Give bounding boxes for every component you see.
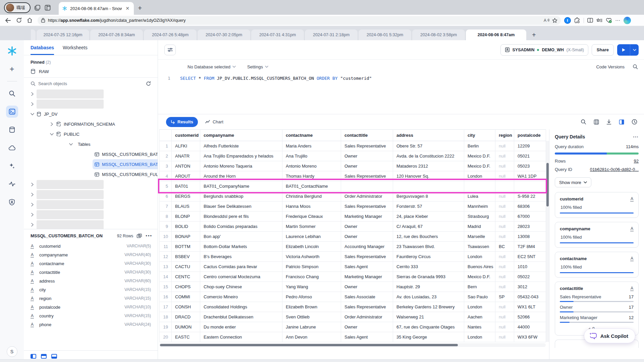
more-options-icon[interactable]: ⋯	[615, 17, 620, 23]
worksheet-tab[interactable]: 2024-07-31 4:31pm	[251, 29, 304, 40]
columns-icon[interactable]	[594, 119, 599, 125]
worksheet-tab[interactable]: 2024-07-25 12:16pm	[37, 29, 89, 40]
favorite-star-icon[interactable]	[552, 18, 557, 23]
sidebar-tab-worksheets[interactable]: Worksheets	[63, 45, 88, 55]
governance-shield-icon[interactable]	[6, 196, 18, 208]
download-icon[interactable]	[606, 119, 611, 125]
worksheets-icon[interactable]	[6, 106, 18, 118]
query-id-link[interactable]: 01b6281c-0c06-dd82-0...	[590, 167, 639, 172]
column-header-city[interactable]: city	[464, 130, 495, 141]
chevron-down-icon[interactable]	[49, 133, 54, 135]
query-history-icon[interactable]	[632, 119, 637, 125]
new-worksheet-icon[interactable]: +	[6, 63, 18, 75]
run-options-caret[interactable]	[630, 44, 639, 56]
url-text[interactable]: https://app.snowflake.com/jugdhon/cdata_…	[48, 18, 541, 23]
vertical-scrollbar[interactable]	[546, 141, 549, 342]
tree-item-redacted[interactable]	[24, 199, 158, 209]
panel-toggle-icon[interactable]	[619, 119, 624, 125]
chevron-down-icon[interactable]	[68, 143, 73, 145]
column-header-address[interactable]: address	[393, 130, 464, 141]
browser-essentials-icon[interactable]	[606, 18, 612, 23]
show-more-button[interactable]: Show more	[555, 177, 591, 187]
refresh-objects-icon[interactable]	[146, 81, 151, 86]
column-header-postalcode[interactable]: postalcode	[514, 130, 546, 141]
tree-item-information_schema[interactable]: INFORMATION_SCHEMA	[24, 119, 158, 129]
tree-item-redacted[interactable]	[24, 209, 158, 220]
role-warehouse-selector[interactable]: SYSADMIN DEMO_WH (X-Small)	[500, 44, 588, 56]
sql-editor[interactable]: 1 SELECT * FROM JP_DV.PUBLIC.MSSQL_CUSTO…	[158, 74, 644, 114]
worksheet-tab-partial[interactable]	[31, 29, 36, 40]
editor-search-icon[interactable]	[633, 64, 638, 69]
worksheet-tab[interactable]: 2024-08-06 8:47am	[466, 29, 526, 40]
tree-item-tables[interactable]: Tables	[24, 139, 158, 149]
refresh-icon[interactable]	[14, 16, 23, 25]
tree-item-jp_dv[interactable]: JP_DV	[24, 109, 158, 119]
pinned-item-raw[interactable]: RAW	[24, 66, 158, 78]
run-button[interactable]	[617, 44, 630, 56]
worksheet-tab[interactable]: 2024-07-31 2:18pm	[305, 29, 358, 40]
chevron-right-icon[interactable]	[49, 122, 54, 126]
chevron-down-icon[interactable]	[30, 113, 35, 115]
tree-item-public[interactable]: PUBLIC	[24, 129, 158, 139]
worksheet-tab[interactable]: 2024-08-02 3:58pm	[412, 29, 465, 40]
split-screen-icon[interactable]	[587, 18, 593, 23]
search-icon[interactable]	[6, 87, 18, 100]
tree-item-redacted[interactable]	[24, 89, 158, 99]
workspaces-icon[interactable]	[33, 3, 43, 13]
column-header-contacttitle[interactable]: contacttitle	[341, 130, 393, 141]
worksheet-tab[interactable]: 2024-07-26 8:34am	[90, 29, 143, 40]
worksheet-tab[interactable]: 2024-07-26 5:48pm	[144, 29, 197, 40]
tree-item-redacted[interactable]	[24, 220, 158, 229]
database-selector[interactable]: No Database selected	[187, 64, 236, 69]
new-worksheet-tab-icon[interactable]: +	[527, 29, 541, 40]
vertical-scrollbar-thumb[interactable]	[546, 163, 549, 206]
preview-data-icon[interactable]	[137, 233, 142, 238]
layout-top-icon[interactable]	[41, 354, 47, 359]
worksheet-tab[interactable]: 2024-07-30 2:05pm	[198, 29, 250, 40]
tree-item-mssql_customers_batch_off[interactable]: MSSQL_CUSTOMERS_BATCH_OFF	[24, 149, 158, 159]
layout-bottom-icon[interactable]	[51, 354, 57, 359]
activity-icon[interactable]	[6, 178, 18, 190]
browser-profile-chip[interactable]: 職場	[4, 2, 31, 13]
ai-sparkles-icon[interactable]	[6, 160, 18, 172]
user-avatar[interactable]: S	[7, 346, 17, 357]
code-versions-link[interactable]: Code Versions	[596, 64, 625, 69]
schema-more-icon[interactable]: •••	[146, 233, 152, 238]
horizontal-scrollbar-thumb[interactable]	[160, 344, 458, 346]
databases-icon[interactable]	[6, 124, 18, 136]
home-icon[interactable]	[25, 16, 34, 25]
tab-chart[interactable]: Chart	[205, 119, 223, 124]
worksheet-config-icon[interactable]	[164, 45, 176, 55]
new-tab-icon[interactable]: +	[138, 4, 142, 12]
column-header-contactname[interactable]: contactname	[282, 130, 341, 141]
ask-copilot-button[interactable]: Ask Copilot	[584, 328, 635, 343]
layout-left-icon[interactable]	[31, 354, 36, 359]
horizontal-scrollbar[interactable]	[159, 343, 546, 347]
tree-item-redacted[interactable]	[24, 189, 158, 199]
tab-close-icon[interactable]: ✕	[124, 6, 130, 11]
results-search-icon[interactable]	[581, 119, 586, 125]
share-button[interactable]: Share	[592, 44, 614, 56]
column-header-customerid[interactable]: customerid	[172, 130, 200, 141]
extension-icon[interactable]	[574, 17, 580, 23]
tree-item-redacted[interactable]	[24, 179, 158, 189]
object-search[interactable]: Search objects	[24, 78, 158, 88]
query-details-more-icon[interactable]: •••	[633, 135, 639, 139]
browser-tab-active[interactable]: 2024-08-06 8:47am - Snowfla ✕	[59, 2, 134, 15]
column-header-region[interactable]: region	[495, 130, 514, 141]
tree-item-mssql_customers_batch_on[interactable]: MSSQL_CUSTOMERS_BATCH_ON	[24, 159, 158, 169]
worksheet-tab[interactable]: 2024-08-01 5:32pm	[359, 29, 411, 40]
snowflake-logo[interactable]	[6, 45, 18, 57]
rows-value-link[interactable]: 92	[634, 159, 639, 164]
tree-item-mssql_customers_full[interactable]: MSSQL_CUSTOMERS_FULL	[24, 169, 158, 179]
address-bar[interactable]: https://app.snowflake.com/jugdhon/cdata_…	[38, 16, 561, 25]
sidebar-tab-databases[interactable]: Databases	[31, 45, 54, 55]
tree-item-redacted[interactable]	[24, 99, 158, 109]
onepassword-icon[interactable]	[564, 17, 571, 24]
read-aloud-icon[interactable]: A	[543, 18, 549, 23]
settings-dropdown[interactable]: Settings	[247, 64, 268, 69]
tab-search-icon[interactable]	[43, 3, 53, 13]
tab-results[interactable]: Results	[166, 117, 198, 127]
collections-icon[interactable]	[596, 18, 602, 23]
copilot-icon[interactable]	[624, 17, 631, 24]
